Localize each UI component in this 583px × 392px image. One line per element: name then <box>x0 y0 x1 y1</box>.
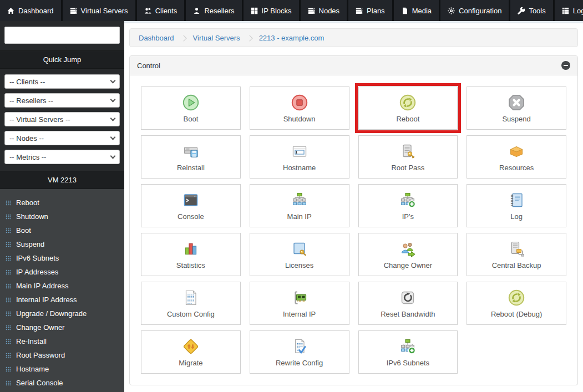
nav-item-plans[interactable]: Plans <box>348 0 392 21</box>
main-ip-button[interactable]: Main IP <box>250 184 349 227</box>
internal-ip-icon <box>290 288 309 307</box>
dots-icon <box>6 269 11 275</box>
sidebar-item-root-password[interactable]: Root Password <box>0 348 124 362</box>
control-panel-header: Control <box>130 56 577 75</box>
breadcrumb-virtual-servers[interactable]: Virtual Servers <box>193 34 240 42</box>
dots-icon <box>6 200 11 206</box>
nav-item-media[interactable]: Media <box>394 0 439 21</box>
reinstall-icon <box>181 142 200 161</box>
grid-icon <box>251 7 258 14</box>
resellers-dropdown[interactable]: -- Resellers -- <box>4 93 120 108</box>
nav-label: Tools <box>529 7 545 15</box>
console-icon <box>181 191 200 210</box>
nav-item-ip-blocks[interactable]: IP Blocks <box>244 0 299 21</box>
reinstall-button[interactable]: Reinstall <box>141 135 241 179</box>
shutdown-button[interactable]: Shutdown <box>250 86 349 130</box>
nav-label: Log <box>573 7 583 15</box>
reboot-button[interactable]: Reboot <box>358 86 458 130</box>
clients-dropdown[interactable]: -- Clients -- <box>4 74 120 89</box>
nav-item-virtual-servers[interactable]: Virtual Servers <box>63 0 135 21</box>
wrench-icon <box>518 7 525 14</box>
dots-icon <box>6 297 11 303</box>
sidebar-item-upgrade-downgrade[interactable]: Upgrade / Downgrade <box>0 307 124 320</box>
dots-icon <box>6 366 11 372</box>
sidebar-item-boot[interactable]: Boot <box>0 223 124 237</box>
minus-circle-icon[interactable] <box>561 61 570 70</box>
dots-icon <box>6 353 11 358</box>
sidebar-item-internal-ip-address[interactable]: Internal IP Address <box>0 293 124 307</box>
ips-button[interactable]: IP's <box>358 184 458 227</box>
nav-item-configuration[interactable]: Configuration <box>440 0 509 21</box>
reset-bandwidth-button[interactable]: Reset Bandwidth <box>358 282 458 325</box>
suspend-button[interactable]: Suspend <box>467 86 566 130</box>
nav-item-tools[interactable]: Tools <box>510 0 552 21</box>
breadcrumb: Dashboard Virtual Servers 2213 - example… <box>129 28 578 47</box>
licenses-button[interactable]: Licenses <box>250 233 349 276</box>
nav-item-resellers[interactable]: Resellers <box>186 0 241 21</box>
th-list-icon <box>562 7 569 14</box>
sidebar-item-main-ip-address[interactable]: Main IP Address <box>0 279 124 293</box>
ipv6-subnets-icon <box>398 337 417 356</box>
nav-item-clients[interactable]: Clients <box>137 0 185 21</box>
control-button-grid: Boot Shutdown Reboot Suspend Reinstall H… <box>130 75 577 385</box>
main-ip-icon <box>290 191 309 210</box>
hostname-button[interactable]: Hostname <box>250 135 349 179</box>
boot-icon <box>181 93 200 112</box>
vm-menu: Reboot Shutdown Boot Suspend IPv6 Subnet… <box>0 189 124 392</box>
central-backup-button[interactable]: Central Backup <box>467 233 566 276</box>
nav-item-dashboard[interactable]: Dashboard <box>0 0 61 21</box>
search-input[interactable] <box>4 27 120 44</box>
dots-icon <box>6 339 11 344</box>
nodes-dropdown[interactable]: -- Nodes -- <box>4 131 120 145</box>
dots-icon <box>6 256 11 261</box>
ipv6-subnets-button[interactable]: IPv6 Subnets <box>358 330 458 374</box>
breadcrumb-current-vm[interactable]: 2213 - example.com <box>259 34 325 42</box>
sidebar-item-hostname[interactable]: Hostname <box>0 362 124 376</box>
nav-label: Resellers <box>204 7 234 15</box>
nav-label: Dashboard <box>18 7 54 15</box>
change-owner-icon <box>398 240 417 258</box>
nav-label: Nodes <box>319 7 340 15</box>
sidebar-item-reboot[interactable]: Reboot <box>0 196 124 210</box>
statistics-button[interactable]: Statistics <box>141 233 241 276</box>
virtual-servers-dropdown[interactable]: -- Virtual Servers -- <box>4 112 120 126</box>
rewrite-config-button[interactable]: Rewrite Config <box>250 330 349 374</box>
nav-label: Media <box>412 7 432 15</box>
dots-icon <box>6 380 11 386</box>
sidebar-item-ip-addresses[interactable]: IP Addresses <box>0 265 124 279</box>
chevron-right-icon <box>180 35 186 41</box>
reboot-debug-button[interactable]: Reboot (Debug) <box>467 282 566 325</box>
rewrite-config-icon <box>290 337 309 356</box>
gear-icon <box>448 7 455 14</box>
breadcrumb-dashboard[interactable]: Dashboard <box>139 34 174 42</box>
internal-ip-button[interactable]: Internal IP <box>250 282 349 325</box>
dots-icon <box>6 242 11 247</box>
sidebar-item-serial-console[interactable]: Serial Console <box>0 376 124 390</box>
statistics-icon <box>181 240 200 258</box>
migrate-button[interactable]: Migrate <box>141 330 241 374</box>
dots-icon <box>6 214 11 220</box>
resources-button[interactable]: Resources <box>467 135 566 179</box>
sidebar-item-ipv6-subnets[interactable]: IPv6 Subnets <box>0 251 124 265</box>
suspend-icon <box>507 93 526 112</box>
nav-item-log[interactable]: Log <box>555 0 583 21</box>
metrics-dropdown[interactable]: -- Metrics -- <box>4 150 120 164</box>
servers-icon <box>70 7 77 14</box>
sidebar-item-re-install[interactable]: Re-Install <box>0 334 124 348</box>
file-icon <box>401 7 408 14</box>
sidebar-item-change-owner[interactable]: Change Owner <box>0 320 124 334</box>
change-owner-button[interactable]: Change Owner <box>358 233 458 276</box>
sidebar-item-suspend[interactable]: Suspend <box>0 237 124 251</box>
custom-config-button[interactable]: Custom Config <box>141 282 241 325</box>
sidebar-item-shutdown[interactable]: Shutdown <box>0 210 124 223</box>
nav-item-nodes[interactable]: Nodes <box>301 0 347 21</box>
nav-label: Plans <box>367 7 385 15</box>
sidebar: Quick Jump -- Clients -- -- Resellers --… <box>0 21 124 392</box>
boot-button[interactable]: Boot <box>141 86 241 130</box>
root-pass-button[interactable]: Root Pass <box>358 135 458 179</box>
users-icon <box>144 7 151 14</box>
console-button[interactable]: Console <box>141 184 241 227</box>
ips-icon <box>398 191 417 210</box>
sidebar-item-log[interactable]: Log <box>0 390 124 392</box>
log-button[interactable]: Log <box>467 184 566 227</box>
